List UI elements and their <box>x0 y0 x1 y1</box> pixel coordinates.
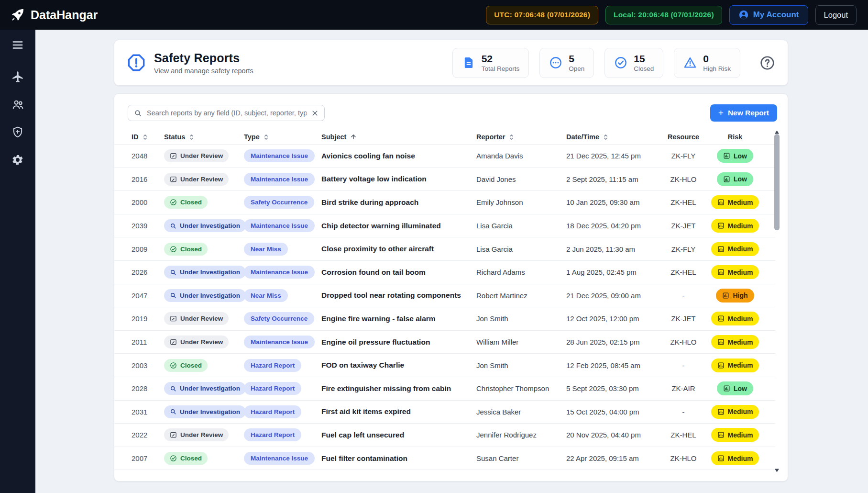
sort-both-icon <box>509 134 514 141</box>
cell-subject: Dropped tool near rotating components <box>321 291 476 300</box>
cell-status: Under Review <box>164 312 244 325</box>
cell-subject: Chip detector warning illuminated <box>321 222 476 230</box>
ellipsis-circle-icon <box>549 56 562 69</box>
cell-reporter: David Jones <box>476 175 566 183</box>
cell-type: Hazard Report <box>244 405 321 418</box>
table-row[interactable]: 2000 Closed Safety Occurrence Bird strik… <box>114 191 775 214</box>
stat-open: 5 Open <box>539 48 594 78</box>
table-row[interactable]: 2007 Closed Maintenance Issue Fuel filte… <box>114 447 775 471</box>
cell-subject: Bird strike during approach <box>321 198 476 207</box>
table-row[interactable]: 2011 Under Review Maintenance Issue Engi… <box>114 331 775 354</box>
cell-resource: ZK-AIR <box>659 384 707 392</box>
risk-badge: High <box>716 289 754 303</box>
type-badge: Hazard Report <box>244 382 301 395</box>
stat-label: Total Reports <box>482 65 520 72</box>
type-badge: Safety Occurrence <box>244 196 314 209</box>
table-row[interactable]: 2048 Under Review Maintenance Issue Avio… <box>114 145 775 168</box>
clear-search-button[interactable] <box>311 110 319 117</box>
cell-type: Hazard Report <box>244 359 321 372</box>
table-row[interactable]: 2026 Under Investigation Maintenance Iss… <box>114 261 775 284</box>
table-row[interactable]: 2022 Under Review Hazard Report Fuel cap… <box>114 424 775 447</box>
page-title: Safety Reports <box>154 51 253 65</box>
cell-subject: FOD on taxiway Charlie <box>321 361 476 370</box>
risk-badge: Low <box>717 172 753 186</box>
table-row[interactable]: 2016 Under Review Maintenance Issue Batt… <box>114 168 775 191</box>
status-icon <box>170 246 177 253</box>
column-header-status[interactable]: Status <box>164 133 244 141</box>
status-icon <box>170 223 176 229</box>
cell-subject: Battery voltage low indication <box>321 175 476 183</box>
cell-reporter: Emily Johnson <box>476 198 566 206</box>
cell-risk: Medium <box>707 219 763 233</box>
status-badge: Under Review <box>164 336 229 348</box>
cell-status: Under Investigation <box>164 382 244 395</box>
risk-chart-icon <box>717 222 725 229</box>
status-badge: Under Investigation <box>164 382 246 395</box>
type-badge: Maintenance Issue <box>244 149 315 162</box>
shield-plus-icon <box>11 126 24 138</box>
scrollbar-thumb[interactable] <box>774 134 780 230</box>
cell-id: 2019 <box>132 314 164 323</box>
cell-subject: Close proximity to other aircraft <box>321 245 476 253</box>
new-report-button[interactable]: + New Report <box>710 104 777 122</box>
column-header-reporter[interactable]: Reporter <box>476 133 566 141</box>
table-row[interactable]: 2031 Under Investigation Hazard Report F… <box>114 401 775 424</box>
cell-risk: Medium <box>707 451 763 465</box>
cell-status: Closed <box>164 452 244 465</box>
my-account-button[interactable]: My Account <box>729 5 808 25</box>
risk-chart-icon <box>717 408 725 415</box>
app-logo[interactable]: DataHangar <box>11 8 98 22</box>
sidebar-item-aircraft[interactable] <box>7 66 28 87</box>
cell-datetime: 2 Sept 2025, 11:15 am <box>566 175 659 183</box>
table-row[interactable]: 2047 Under Investigation Near Miss Dropp… <box>114 284 775 308</box>
help-button[interactable] <box>759 55 775 71</box>
column-header-id[interactable]: ID <box>132 133 164 141</box>
sidebar-item-menu[interactable] <box>7 34 28 56</box>
cell-type: Maintenance Issue <box>244 149 321 162</box>
my-account-label: My Account <box>753 10 799 20</box>
status-badge: Under Review <box>164 312 229 325</box>
sidebar-item-safety[interactable] <box>7 122 28 143</box>
risk-chart-icon <box>717 455 725 462</box>
cell-resource: ZK-HEL <box>659 268 707 276</box>
cell-resource: ZK-HLO <box>659 175 707 183</box>
cell-resource: ZK-JET <box>659 314 707 323</box>
scroll-down-arrow[interactable] <box>774 468 780 473</box>
reports-table-card: + New Report ID Status Type Subject <box>114 93 788 482</box>
column-header-risk: Risk <box>707 133 763 141</box>
risk-badge: Medium <box>711 265 759 279</box>
risk-chart-icon <box>717 269 725 276</box>
table-row[interactable]: 2039 Under Investigation Maintenance Iss… <box>114 214 775 238</box>
stat-high-risk: 0 High Risk <box>674 48 740 78</box>
table-row[interactable]: 2003 Closed Hazard Report FOD on taxiway… <box>114 354 775 377</box>
search-input[interactable] <box>147 109 307 117</box>
table-row[interactable]: 2019 Under Review Safety Occurrence Engi… <box>114 307 775 331</box>
cell-resource: ZK-HLO <box>659 338 707 346</box>
column-header-type[interactable]: Type <box>244 133 321 141</box>
cell-resource: ZK-HEL <box>659 431 707 439</box>
cell-type: Maintenance Issue <box>244 452 321 465</box>
cell-datetime: 28 Jun 2025, 02:15 pm <box>566 338 659 346</box>
sort-asc-icon <box>350 134 357 140</box>
type-badge: Maintenance Issue <box>244 219 315 232</box>
cell-reporter: Jon Smith <box>476 314 566 323</box>
status-icon <box>170 385 176 392</box>
cell-status: Under Review <box>164 428 244 441</box>
cell-id: 2026 <box>132 268 164 276</box>
table-row[interactable]: 2028 Under Investigation Hazard Report F… <box>114 377 775 401</box>
status-badge: Closed <box>164 243 208 256</box>
cell-reporter: Christopher Thompson <box>476 384 566 392</box>
logout-button[interactable]: Logout <box>815 5 857 25</box>
risk-badge: Medium <box>711 451 759 465</box>
column-header-resource: Resource <box>659 133 707 141</box>
table-row[interactable]: 2009 Closed Near Miss Close proximity to… <box>114 237 775 261</box>
settings-icon <box>11 154 24 166</box>
column-header-datetime[interactable]: Date/Time <box>566 133 659 141</box>
sidebar-item-users[interactable] <box>7 94 28 115</box>
cell-id: 2009 <box>132 245 164 253</box>
risk-badge: Medium <box>711 312 759 325</box>
cell-id: 2003 <box>132 361 164 370</box>
utc-time-badge: UTC: 07:06:48 (07/01/2026) <box>486 6 598 24</box>
column-header-subject[interactable]: Subject <box>321 133 476 141</box>
sidebar-item-settings[interactable] <box>7 149 28 170</box>
